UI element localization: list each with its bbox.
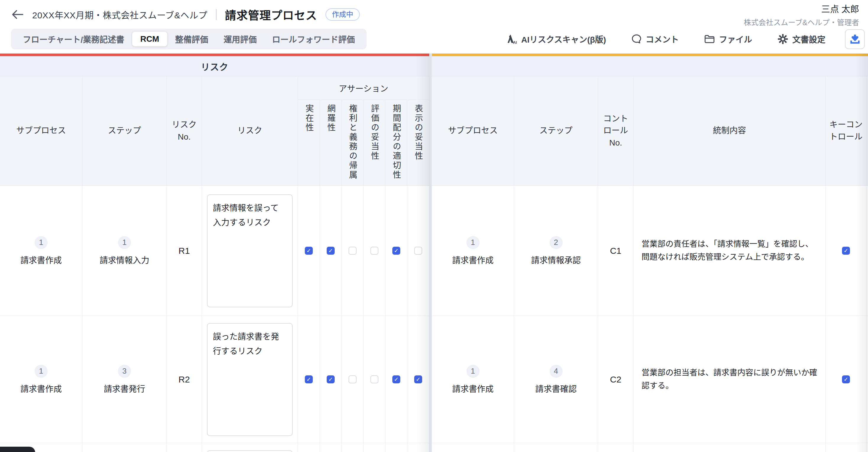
- risk-color-bar: [0, 54, 429, 56]
- control-description: 営業部の責任者は、「請求情報一覧」を確認し、問題なければ販売管理システム上で承認…: [642, 238, 817, 264]
- key-control-checkbox[interactable]: ✓: [842, 375, 850, 383]
- header-assertion-completeness: 網羅性: [327, 104, 335, 185]
- download-button[interactable]: [845, 29, 865, 49]
- control-no: C2: [610, 374, 621, 385]
- control-row-partial: [432, 443, 868, 452]
- assertion-checkbox-rights-obligations[interactable]: ✓: [348, 247, 356, 255]
- control-pane: サブプロセス ステップ コントロールNo. 統制内容 キーコントロール 1請求書…: [432, 54, 868, 452]
- step-number-badge: 1: [118, 236, 131, 249]
- control-group-header: [432, 56, 868, 76]
- step-label: 請求書発行: [104, 383, 145, 394]
- tab-toolbar-row: フローチャート/業務記述書 RCM 整備評価 運用評価 ロールフォワード評価 A…: [0, 29, 868, 54]
- header-control-desc: 統制内容: [633, 76, 826, 185]
- step-label: 請求情報入力: [100, 254, 149, 266]
- risk-column-headers: サブプロセス ステップ リスクNo. リスク アサーション 実在性 網羅性 権利…: [0, 76, 429, 186]
- tab-rollforward-eval[interactable]: ロールフォワード評価: [264, 32, 363, 47]
- step-number-badge: 3: [118, 365, 131, 378]
- step-number-badge: 2: [550, 236, 563, 249]
- status-badge: 作成中: [326, 8, 360, 21]
- header-assertion-existence: 実在性: [305, 104, 313, 185]
- risk-row-partial: [0, 443, 429, 452]
- ai-risk-scan-button[interactable]: AI AIリスクスキャン(β版): [506, 33, 606, 45]
- risk-no: R1: [179, 246, 190, 256]
- assertion-checkbox-completeness[interactable]: ✓: [327, 375, 335, 383]
- risk-group-header: リスク: [0, 56, 429, 76]
- file-label: ファイル: [719, 33, 752, 45]
- assertion-checkbox-presentation[interactable]: ✓: [414, 247, 422, 255]
- header-next-column-stub: [867, 76, 868, 185]
- step-label: 請求情報承認: [531, 254, 581, 266]
- assertion-checkbox-rights-obligations[interactable]: ✓: [348, 375, 356, 383]
- subprocess-label: 請求書作成: [21, 383, 62, 394]
- control-color-bar: [432, 54, 868, 56]
- header-assertion: アサーション: [298, 76, 429, 100]
- ai-risk-scan-label: AIリスクスキャン(β版): [521, 33, 606, 45]
- svg-text:AI: AI: [513, 40, 517, 44]
- download-icon: [849, 33, 861, 45]
- user-info: 三点 太郎 株式会社スムーブ&ヘルプ・管理者: [744, 2, 859, 27]
- rcm-table: リスク サブプロセス ステップ リスクNo. リスク アサーション 実在性 網羅…: [0, 54, 868, 452]
- step-number-badge: 4: [550, 365, 563, 378]
- assertion-checkbox-completeness[interactable]: ✓: [327, 247, 335, 255]
- file-button[interactable]: ファイル: [704, 33, 752, 45]
- header-subprocess: サブプロセス: [0, 76, 83, 185]
- gear-icon: [778, 34, 788, 44]
- header-assertion-rights-obligations: 権利と義務の帰属: [348, 104, 356, 185]
- control-no: C1: [610, 246, 621, 256]
- risk-pane: リスク サブプロセス ステップ リスクNo. リスク アサーション 実在性 網羅…: [0, 54, 429, 452]
- assertion-header-group: アサーション 実在性 網羅性 権利と義務の帰属 評価の妥当性 期間配分の適切性 …: [298, 76, 429, 185]
- comment-icon: [631, 34, 642, 44]
- tab-design-eval[interactable]: 整備評価: [167, 32, 216, 47]
- header-risk: リスク: [202, 76, 298, 185]
- ai-scan-icon: AI: [506, 34, 517, 44]
- step-label: 請求書確認: [535, 383, 577, 394]
- subprocess-label: 請求書作成: [452, 254, 493, 266]
- key-control-checkbox[interactable]: ✓: [842, 247, 850, 255]
- control-description: 営業部の担当者は、請求書内容に誤りが無いか確認する。: [642, 366, 817, 392]
- header-subprocess: サブプロセス: [432, 76, 514, 185]
- risk-text-input[interactable]: 誤った請求書を発行するリスク: [207, 323, 293, 436]
- assertion-checkbox-existence[interactable]: ✓: [305, 247, 313, 255]
- document-settings-button[interactable]: 文書設定: [778, 33, 826, 45]
- header-key-control: キーコントロール: [826, 76, 867, 185]
- header-assertion-cutoff: 期間配分の適切性: [392, 104, 400, 185]
- tab-bar: フローチャート/業務記述書 RCM 整備評価 運用評価 ロールフォワード評価: [11, 29, 367, 50]
- pane-resize-divider[interactable]: [429, 54, 432, 452]
- folder-icon: [704, 34, 715, 44]
- control-column-headers: サブプロセス ステップ コントロールNo. 統制内容 キーコントロール: [432, 76, 868, 186]
- subprocess-number-badge: 1: [35, 365, 48, 378]
- header-step: ステップ: [514, 76, 598, 185]
- risk-text-input[interactable]: [207, 450, 293, 452]
- subprocess-label: 請求書作成: [452, 383, 493, 394]
- assertion-checkbox-presentation[interactable]: ✓: [414, 375, 422, 383]
- user-role: 株式会社スムーブ&ヘルプ・管理者: [744, 17, 859, 27]
- header-risk-no: リスクNo.: [167, 76, 202, 185]
- assertion-subheaders: 実在性 網羅性 権利と義務の帰属 評価の妥当性 期間配分の適切性 表示の妥当性: [298, 100, 429, 185]
- subprocess-number-badge: 1: [467, 236, 479, 249]
- comment-button[interactable]: コメント: [631, 33, 679, 45]
- header-assertion-presentation: 表示の妥当性: [414, 104, 422, 185]
- page-title: 請求管理プロセス: [225, 6, 317, 23]
- top-header: 20XX年XX月期・株式会社スムーブ&ヘルプ 請求管理プロセス 作成中 三点 太…: [0, 0, 868, 29]
- user-name: 三点 太郎: [744, 2, 859, 15]
- document-settings-label: 文書設定: [792, 33, 826, 45]
- assertion-checkbox-valuation[interactable]: ✓: [370, 375, 378, 383]
- tab-operation-eval[interactable]: 運用評価: [216, 32, 264, 47]
- tab-flowchart[interactable]: フローチャート/業務記述書: [15, 32, 132, 47]
- control-row: 1請求書作成 4請求書確認 C2 営業部の担当者は、請求書内容に誤りが無いか確認…: [432, 316, 868, 443]
- tab-rcm[interactable]: RCM: [132, 32, 167, 47]
- risk-no: R2: [179, 374, 190, 385]
- horizontal-scrollbar-thumb[interactable]: [0, 447, 35, 452]
- assertion-checkbox-existence[interactable]: ✓: [305, 375, 313, 383]
- header-control-no: コントロールNo.: [598, 76, 633, 185]
- subprocess-label: 請求書作成: [21, 254, 62, 266]
- comment-label: コメント: [646, 33, 679, 45]
- control-row: 1請求書作成 2請求情報承認 C1 営業部の責任者は、「請求情報一覧」を確認し、…: [432, 186, 868, 316]
- assertion-checkbox-valuation[interactable]: ✓: [370, 247, 378, 255]
- assertion-checkbox-cutoff[interactable]: ✓: [392, 247, 400, 255]
- subprocess-number-badge: 1: [35, 236, 48, 249]
- toolbar: AI AIリスクスキャン(β版) コメント ファイル: [506, 29, 865, 50]
- back-button[interactable]: [11, 8, 24, 21]
- assertion-checkbox-cutoff[interactable]: ✓: [392, 375, 400, 383]
- risk-text-input[interactable]: 請求情報を誤って入力するリスク: [207, 194, 293, 307]
